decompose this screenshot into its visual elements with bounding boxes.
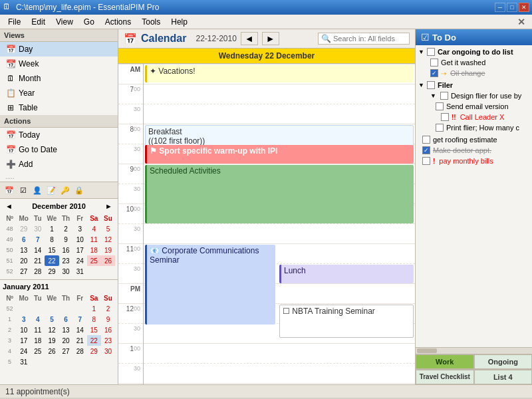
todo-item-design[interactable]: ▼ Design flier for use by	[417, 90, 531, 101]
calendar-scroll[interactable]: AM 700 30 800 30 900 30 1000 30 1100 30	[118, 64, 415, 384]
menu-go[interactable]: Go	[78, 16, 100, 28]
filer-group-check[interactable]	[427, 81, 435, 89]
toolbar-note-btn[interactable]: 📝	[45, 184, 58, 197]
dec-day[interactable]: 16	[59, 245, 73, 255]
sidebar-item-table[interactable]: ⊞ Table	[0, 100, 118, 115]
sidebar-item-add[interactable]: ➕ Add	[0, 157, 118, 172]
jan-day[interactable]: 2	[101, 303, 115, 314]
jan-day[interactable]: 16	[101, 325, 115, 335]
menu-actions[interactable]: Actions	[100, 16, 136, 28]
jan-day[interactable]: 19	[45, 335, 59, 346]
dec-day[interactable]: 4	[87, 223, 101, 234]
wash-check[interactable]	[430, 59, 438, 66]
sidebar-item-year[interactable]: 📋 Year	[0, 86, 118, 100]
toolbar-password-btn[interactable]: 🔑	[59, 184, 72, 197]
jan-day[interactable]: 8	[87, 314, 101, 325]
menu-help[interactable]: Help	[166, 16, 193, 28]
jan-day[interactable]: 7	[73, 314, 87, 325]
jan-day[interactable]: 24	[17, 346, 31, 356]
todo-group-filer-header[interactable]: ▼ Filer	[417, 80, 531, 90]
dec-day[interactable]: 9	[59, 234, 73, 245]
todo-item-wash[interactable]: Get it washed	[417, 57, 531, 68]
todo-hscrollbar[interactable]	[416, 347, 532, 354]
call-check[interactable]	[441, 113, 449, 121]
jan-day[interactable]: 18	[31, 335, 45, 346]
car-group-check[interactable]	[427, 48, 435, 56]
jan-day[interactable]: 1	[87, 303, 101, 314]
menu-view[interactable]: View	[51, 16, 78, 28]
dec-day[interactable]: 6	[17, 234, 31, 245]
dec-day[interactable]: 10	[73, 234, 87, 245]
calendar-next-button[interactable]: ►	[262, 32, 279, 45]
jan-day[interactable]: 28	[73, 346, 87, 356]
menu-file[interactable]: File	[3, 16, 26, 28]
todo-item-doctor[interactable]: ✓ Make doctor appt.	[417, 145, 531, 156]
event-scheduled[interactable]: Scheduled Activities	[145, 165, 414, 223]
dec-day[interactable]: 19	[101, 245, 115, 255]
jan-day[interactable]: 21	[73, 335, 87, 346]
menu-tools[interactable]: Tools	[136, 16, 166, 28]
dec-day[interactable]: 3	[73, 223, 87, 234]
todo-group-car-header[interactable]: ▼ Car ongoing to do list	[417, 47, 531, 57]
dec-day[interactable]: 17	[73, 245, 87, 255]
todo-item-oil[interactable]: ✓ ⇢ Oil change	[417, 68, 531, 78]
toolbar-calendar-btn[interactable]: 📅	[3, 184, 16, 197]
sidebar-item-month[interactable]: 🗓 Month	[0, 71, 118, 86]
sidebar-item-day[interactable]: 📅 Day	[0, 42, 118, 57]
todo-tab-ongoing[interactable]: Ongoing	[474, 354, 533, 369]
jan-day[interactable]: 12	[45, 325, 59, 335]
calendar-search[interactable]: 🔍	[318, 33, 410, 45]
todo-item-bills[interactable]: ! pay monthly bills	[417, 156, 531, 166]
jan-day[interactable]: 4	[31, 314, 45, 325]
dec-day[interactable]: 2	[59, 223, 73, 234]
oil-check[interactable]: ✓	[430, 69, 438, 77]
jan-day[interactable]: 6	[59, 314, 73, 325]
jan-day[interactable]: 31	[17, 356, 31, 367]
jan-day[interactable]: 14	[73, 325, 87, 335]
todo-tab-work[interactable]: Work	[416, 354, 474, 369]
dec-day[interactable]: 1	[45, 223, 59, 234]
event-nbta[interactable]: ☐ NBTA Training Seminar	[279, 305, 414, 338]
dec-day[interactable]: 30	[59, 266, 73, 277]
menu-edit[interactable]: Edit	[26, 16, 51, 28]
dec-day[interactable]: 25	[87, 255, 101, 266]
sidebar-item-week[interactable]: 📆 Week	[0, 57, 118, 71]
dec-day[interactable]: 5	[101, 223, 115, 234]
event-corporate[interactable]: 📧 Corporate CommunicationsSeminar	[145, 245, 275, 325]
sidebar-item-today[interactable]: 📅 Today	[0, 128, 118, 142]
dec-day[interactable]: 7	[31, 234, 45, 245]
close-button[interactable]: ✕	[519, 3, 529, 12]
todo-item-email[interactable]: Send email version	[417, 101, 531, 112]
jan-day[interactable]: 17	[17, 335, 31, 346]
dec-day[interactable]: 18	[87, 245, 101, 255]
dec-day[interactable]: 31	[73, 266, 87, 277]
dec-day[interactable]: 23	[59, 255, 73, 266]
jan-day[interactable]: 27	[59, 346, 73, 356]
jan-day[interactable]: 9	[101, 314, 115, 325]
dec-day[interactable]: 30	[31, 223, 45, 234]
dec-day[interactable]: 12	[101, 234, 115, 245]
jan-day[interactable]: 22	[87, 335, 101, 346]
toolbar-lock-btn[interactable]: 🔒	[72, 184, 86, 197]
email-check[interactable]	[436, 102, 444, 110]
calendar-prev-button[interactable]: ◄	[241, 32, 258, 45]
dec-day[interactable]: 11	[87, 234, 101, 245]
mini-cal-prev-btn[interactable]: ◄	[3, 201, 15, 211]
dec-day[interactable]: 8	[45, 234, 59, 245]
dec-day[interactable]: 15	[45, 245, 59, 255]
todo-hscroll-thumb[interactable]	[417, 348, 437, 353]
event-lunch[interactable]: Lunch	[279, 265, 414, 283]
jan-day[interactable]: 25	[31, 346, 45, 356]
dec-day[interactable]: 28	[31, 266, 45, 277]
print-check[interactable]	[436, 124, 444, 132]
todo-item-print[interactable]: Print flier; How many c	[417, 122, 531, 133]
dec-day[interactable]: 24	[73, 255, 87, 266]
design-check[interactable]	[440, 92, 448, 100]
jan-day[interactable]: 10	[17, 325, 31, 335]
dec-day-today[interactable]: 22	[45, 255, 59, 266]
event-vacations[interactable]: ✦ Vacations!	[145, 65, 414, 82]
jan-day[interactable]: 13	[59, 325, 73, 335]
todo-tab-travel[interactable]: Travel Checklist	[416, 370, 474, 384]
jan-day[interactable]: 11	[31, 325, 45, 335]
jan-day[interactable]: 5	[45, 314, 59, 325]
